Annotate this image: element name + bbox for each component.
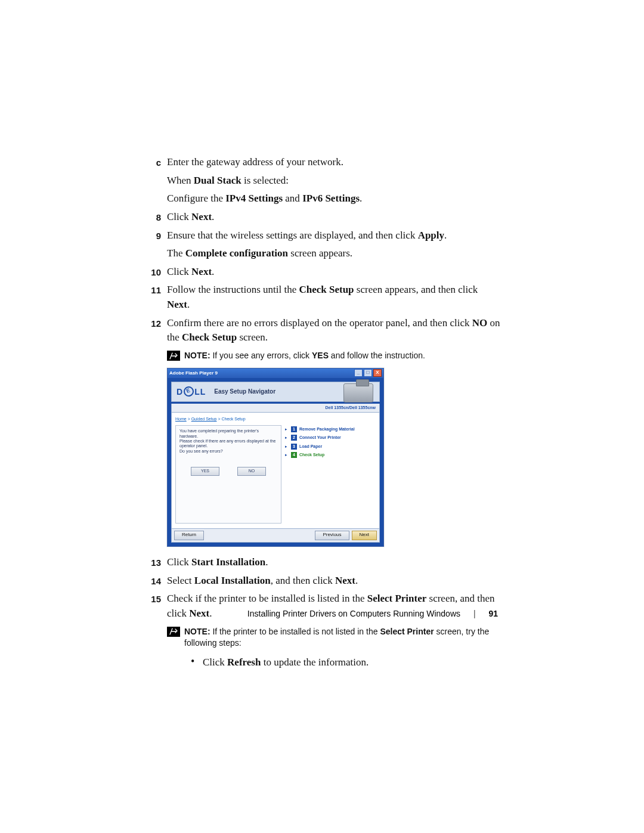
return-button[interactable]: Return	[174, 531, 204, 540]
navigator-title: Easy Setup Navigator	[214, 388, 275, 397]
navigator-body: Home > Guided Setup > Check Setup You ha…	[171, 413, 380, 529]
step-line-3[interactable]: ▸ 3 Load Paper	[285, 444, 376, 450]
breadcrumb: Home > Guided Setup > Check Setup	[175, 416, 376, 422]
previous-button[interactable]: Previous	[315, 531, 349, 540]
note-2: NOTE: If the printer to be installed is …	[167, 626, 501, 649]
note-1: NOTE: If you see any errors, click YES a…	[167, 350, 501, 362]
step-number: 1	[291, 426, 297, 432]
step-text: Click Next.	[167, 210, 501, 225]
step-text: Ensure that the wireless settings are di…	[167, 228, 501, 261]
crumb-current: Check Setup	[221, 417, 245, 421]
page-footer: Installing Printer Drivers on Computers …	[0, 609, 644, 618]
step-10: 10 Click Next.	[143, 265, 501, 280]
window-controls: _ □ X	[354, 369, 382, 377]
step-marker: 12	[143, 316, 167, 345]
step-text: Click Start Installation.	[167, 555, 501, 570]
note-text: NOTE: If you see any errors, click YES a…	[184, 350, 425, 362]
printer-icon	[343, 383, 373, 402]
step-9: 9 Ensure that the wireless settings are …	[143, 228, 501, 261]
step-8: 8 Click Next.	[143, 210, 501, 225]
step-14: 14 Select Local Installation, and then c…	[143, 574, 501, 589]
note-icon	[167, 351, 180, 361]
close-button[interactable]: X	[373, 369, 382, 377]
model-bar: Dell 1355cn/Dell 1355cnw	[171, 404, 380, 413]
crumb-home[interactable]: Home	[175, 417, 187, 421]
footer-separator: |	[473, 609, 476, 618]
step-marker: 9	[143, 228, 167, 261]
arrow-icon: ▸	[285, 452, 289, 458]
step-marker: 14	[143, 574, 167, 589]
window-title: Adobe Flash Player 9	[169, 370, 218, 377]
right-panel: ▸ 1 Remove Packaging Material ▸ 2 Connec…	[285, 425, 376, 524]
step-line-4[interactable]: ▸ 4 Check Setup	[285, 452, 376, 458]
crumb-guided[interactable]: Guided Setup	[191, 417, 217, 421]
step-marker: 8	[143, 210, 167, 225]
substep-text: Enter the gateway address of your networ…	[167, 155, 501, 170]
step-text: Follow the instructions until the Check …	[167, 283, 501, 312]
no-button[interactable]: NO	[237, 467, 266, 476]
msg-line-3: Do you see any errors?	[179, 449, 277, 454]
step-label: Load Paper	[299, 444, 322, 450]
arrow-icon: ▸	[285, 444, 289, 450]
navigator-footer: Return Previous Next	[171, 529, 380, 543]
page-number: 91	[488, 609, 498, 618]
step-number: 3	[291, 444, 297, 450]
step-marker: 13	[143, 555, 167, 570]
substep-c: c Enter the gateway address of your netw…	[143, 155, 501, 170]
step-label: Check Setup	[299, 452, 324, 458]
dell-logo: DELL	[177, 386, 206, 398]
next-button[interactable]: Next	[352, 531, 377, 540]
navigator-header: DELL Easy Setup Navigator	[171, 382, 380, 402]
step-13: 13 Click Start Installation.	[143, 555, 501, 570]
step-number: 4	[291, 452, 297, 458]
yes-no-buttons: YES NO	[179, 467, 277, 476]
footer-title: Installing Printer Drivers on Computers …	[247, 609, 460, 618]
dual-stack-line: When Dual Stack is selected:	[167, 174, 501, 188]
step-text: Select Local Installation, and then clic…	[167, 574, 501, 589]
configure-line: Configure the IPv4 Settings and IPv6 Set…	[167, 191, 501, 206]
minimize-button[interactable]: _	[354, 369, 363, 377]
window-inner: DELL Easy Setup Navigator Dell 1355cn/De…	[168, 378, 383, 546]
arrow-icon: ▸	[285, 435, 289, 441]
note-icon	[167, 627, 180, 637]
step-line-2[interactable]: ▸ 2 Connect Your Printer	[285, 435, 376, 441]
arrow-icon: ▸	[285, 426, 289, 432]
yes-button[interactable]: YES	[191, 467, 219, 476]
step-12: 12 Confirm there are no errors displayed…	[143, 316, 501, 345]
left-panel: You have completed preparing the printer…	[175, 425, 281, 524]
step-11: 11 Follow the instructions until the Che…	[143, 283, 501, 312]
step-label: Remove Packaging Material	[299, 426, 355, 432]
step-line-1[interactable]: ▸ 1 Remove Packaging Material	[285, 426, 376, 432]
step-number: 2	[291, 435, 297, 441]
page: c Enter the gateway address of your netw…	[0, 0, 644, 833]
step-text: Click Next.	[167, 265, 501, 280]
substep-marker: c	[143, 155, 167, 170]
msg-line-1: You have completed preparing the printer…	[179, 429, 277, 439]
step-text: Confirm there are no errors displayed on…	[167, 316, 501, 345]
bullet-text: Click Refresh to update the information.	[203, 655, 369, 670]
msg-line-2: Please check if there are any errors dis…	[179, 439, 277, 449]
content-area: c Enter the gateway address of your netw…	[143, 155, 501, 670]
maximize-button[interactable]: □	[364, 369, 372, 377]
setup-navigator-window: Adobe Flash Player 9 _ □ X DELL Easy Set…	[167, 368, 384, 547]
note-text: NOTE: If the printer to be installed is …	[184, 626, 501, 649]
step-marker: 10	[143, 265, 167, 280]
step-label: Connect Your Printer	[299, 435, 341, 441]
bullet-refresh: • Click Refresh to update the informatio…	[191, 655, 501, 670]
step-marker: 11	[143, 283, 167, 312]
window-titlebar[interactable]: Adobe Flash Player 9 _ □ X	[168, 368, 383, 378]
bullet-icon: •	[191, 655, 203, 670]
panel-row: You have completed preparing the printer…	[175, 425, 376, 524]
